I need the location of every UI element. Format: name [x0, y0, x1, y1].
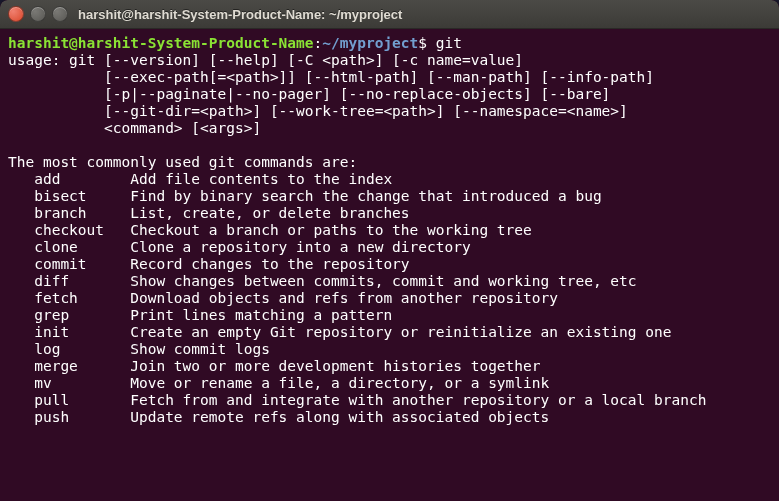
commands-heading: The most commonly used git commands are: [8, 154, 357, 170]
window-title: harshit@harshit-System-Product-Name: ~/m… [78, 7, 402, 22]
usage-line: [-p|--paginate|--no-pager] [--no-replace… [8, 86, 610, 102]
prompt-sep: : [314, 35, 323, 51]
usage-line: usage: git [--version] [--help] [-C <pat… [8, 52, 523, 68]
usage-line: [--exec-path[=<path>]] [--html-path] [--… [8, 69, 654, 85]
close-icon[interactable] [8, 6, 24, 22]
prompt-command: git [427, 35, 462, 51]
commands-list: add Add file contents to the index bisec… [8, 171, 771, 426]
usage-line: [--git-dir=<path>] [--work-tree=<path>] … [8, 103, 628, 119]
maximize-icon[interactable] [52, 6, 68, 22]
usage-line: <command> [<args>] [8, 120, 261, 136]
prompt-dollar: $ [418, 35, 427, 51]
prompt-user-host: harshit@harshit-System-Product-Name [8, 35, 314, 51]
terminal-body[interactable]: harshit@harshit-System-Product-Name:~/my… [0, 29, 779, 501]
prompt-path: ~/myproject [322, 35, 418, 51]
terminal-window: harshit@harshit-System-Product-Name: ~/m… [0, 0, 779, 501]
window-controls [8, 6, 68, 22]
minimize-icon[interactable] [30, 6, 46, 22]
titlebar[interactable]: harshit@harshit-System-Product-Name: ~/m… [0, 0, 779, 29]
